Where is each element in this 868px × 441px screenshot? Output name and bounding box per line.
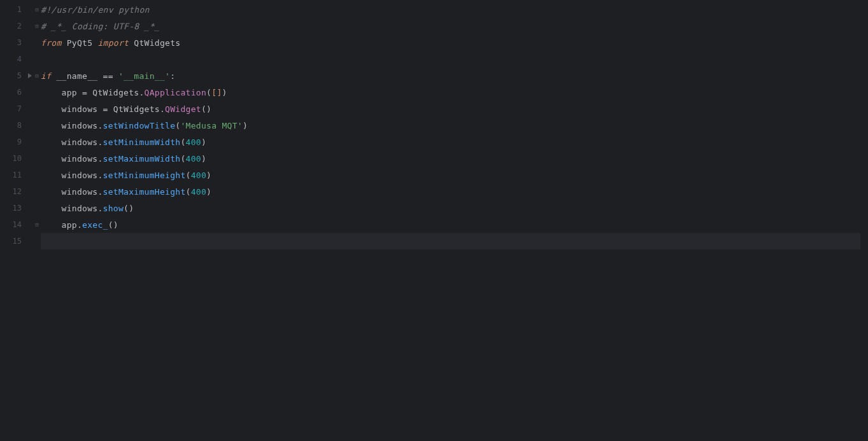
indent [41,88,62,97]
dot: . [97,137,103,147]
variable: windows [62,171,98,180]
fold-cell [33,233,41,249]
fold-gutter [33,0,41,441]
code-line[interactable]: if __name__ == '__main__': [41,67,860,84]
import-name: QtWidgets [129,38,180,48]
class-name: QtWidgets [92,88,139,97]
paren: ) [206,187,211,197]
line-number: 10 [0,150,33,167]
paren: ( [108,220,113,230]
method-name: setMaximumWidth [103,154,181,164]
code-line[interactable]: windows.show() [41,200,860,216]
indent [41,220,62,230]
paren: ) [243,121,248,130]
line-number[interactable]: 5 [0,67,33,84]
bracket: ] [217,88,222,97]
fold-cell [33,134,41,150]
keyword: from [41,38,62,48]
fold-cell [33,200,41,216]
keyword: if [41,71,51,81]
identifier: __name__ [51,71,103,81]
line-number: 9 [0,134,33,150]
vertical-scrollbar[interactable] [860,0,868,441]
fold-cell [33,167,41,183]
fold-toggle-icon[interactable] [33,18,41,34]
code-line[interactable]: windows.setWindowTitle('Medusa MQT') [41,117,860,134]
paren: ) [206,171,211,180]
indent [41,121,62,130]
operator: = [103,104,113,114]
fold-cell [33,183,41,200]
code-line[interactable]: app = QtWidgets.QApplication([]) [41,84,860,101]
operator: == [103,71,118,81]
method-name: show [103,204,124,213]
string: '__main__' [118,71,170,81]
code-line[interactable]: windows.setMinimumWidth(400) [41,134,860,150]
fold-cell [33,150,41,167]
method-name: setMinimumHeight [103,171,186,180]
paren: ( [186,187,191,197]
method-name: setWindowTitle [103,121,176,130]
variable: windows [62,187,98,197]
line-number: 6 [0,84,33,101]
fold-cell [33,84,41,101]
paren: ) [201,154,206,164]
line-number: 12 [0,183,33,200]
bracket: [ [211,88,217,97]
dot: . [97,187,103,197]
paren: ( [206,88,211,97]
method-name: setMinimumWidth [103,137,181,147]
line-number: 1 [0,1,33,18]
variable: app [62,220,77,230]
paren: ( [180,137,185,147]
code-line[interactable]: windows.setMaximumWidth(400) [41,150,860,167]
function-name: QWidget [165,104,201,114]
indent [41,187,62,197]
line-number-gutter: 1 2 3 4 5 6 7 8 9 10 11 12 13 14 15 [0,0,33,441]
variable: windows [62,204,98,213]
code-line[interactable]: # _*_ Coding: UTF-8 _*_ [41,18,860,34]
paren: ) [113,220,118,230]
comment-text: #!/usr/bin/env python [41,5,150,15]
code-line-current[interactable] [41,233,860,249]
code-line[interactable]: #!/usr/bin/env python [41,1,860,18]
comment-text: # _*_ Coding: UTF-8 _*_ [41,22,160,31]
dot: . [160,104,165,114]
dot: . [97,204,103,213]
code-line[interactable]: app.exec_() [41,216,860,233]
colon: : [170,71,175,81]
variable: app [62,88,83,97]
code-line[interactable]: windows.setMaximumHeight(400) [41,183,860,200]
code-line[interactable]: windows = QtWidgets.QWidget() [41,101,860,117]
code-area[interactable]: #!/usr/bin/env python # _*_ Coding: UTF-… [41,0,860,441]
fold-toggle-icon[interactable] [33,216,41,233]
line-number: 7 [0,101,33,117]
variable: windows [62,121,98,130]
line-number: 13 [0,200,33,216]
variable: windows [62,154,98,164]
indent [41,154,62,164]
paren: ( [124,204,129,213]
number: 400 [191,171,206,180]
variable: windows [62,137,98,147]
string: 'Medusa MQT' [180,121,243,130]
code-editor[interactable]: 1 2 3 4 5 6 7 8 9 10 11 12 13 14 15 #!/u… [0,0,868,441]
dot: . [77,220,82,230]
operator: = [82,88,92,97]
line-number: 4 [0,51,33,67]
module: PyQt5 [62,38,98,48]
paren: ( [201,104,206,114]
dot: . [97,154,103,164]
fold-toggle-icon[interactable] [33,1,41,18]
method-name: setMaximumHeight [103,187,186,197]
fold-cell [33,34,41,51]
line-number: 2 [0,18,33,34]
fold-cell [33,51,41,67]
code-line[interactable]: windows.setMinimumHeight(400) [41,167,860,183]
code-line[interactable] [41,51,860,67]
dot: . [97,121,103,130]
fold-toggle-icon[interactable] [33,67,41,84]
number: 400 [186,154,201,164]
code-line[interactable]: from PyQt5 import QtWidgets [41,34,860,51]
method-name: exec_ [82,220,108,230]
